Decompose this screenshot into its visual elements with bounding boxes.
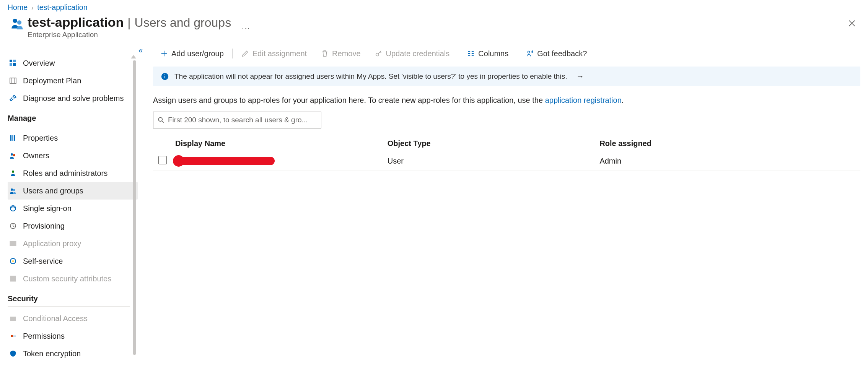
toolbar-label: Update credentials: [386, 49, 450, 58]
sidebar-item-label: Roles and administrators: [23, 169, 107, 178]
sidebar-item-conditional-access[interactable]: Conditional Access: [8, 310, 138, 327]
search-icon: [157, 116, 165, 124]
app-icon: [8, 15, 28, 30]
toolbar-label: Edit assignment: [252, 49, 307, 58]
cell-object-type: User: [384, 152, 597, 170]
self-service-icon: [8, 257, 18, 265]
search-input[interactable]: [168, 112, 317, 128]
sidebar-item-label: Provisioning: [23, 222, 65, 231]
overview-icon: [8, 59, 18, 67]
svg-rect-27: [164, 76, 165, 78]
divider: [458, 49, 458, 58]
main-content: Add user/group Edit assignment Remove Up…: [142, 43, 868, 362]
svg-point-25: [528, 51, 530, 54]
pencil-icon: [241, 49, 249, 58]
sidebar-item-deployment-plan[interactable]: Deployment Plan: [8, 72, 138, 89]
shield-icon: [8, 350, 18, 357]
sidebar-item-label: Permissions: [23, 332, 65, 341]
close-button[interactable]: [845, 16, 859, 30]
sidebar-item-diagnose[interactable]: Diagnose and solve problems: [8, 89, 138, 107]
sidebar-item-sso[interactable]: Single sign-on: [8, 200, 138, 217]
table-header-checkbox: [153, 135, 172, 152]
sidebar-item-roles[interactable]: Roles and administrators: [8, 164, 138, 182]
scroll-up-icon[interactable]: [131, 55, 136, 58]
proxy-icon: [8, 240, 18, 247]
toolbar: Add user/group Edit assignment Remove Up…: [153, 44, 860, 63]
info-text: The application will not appear for assi…: [174, 72, 567, 81]
map-icon: [8, 77, 18, 84]
search-box[interactable]: [153, 112, 321, 128]
sidebar-item-owners[interactable]: Owners: [8, 147, 138, 164]
feedback-button[interactable]: Got feedback?: [519, 44, 594, 63]
more-actions-icon[interactable]: ···: [242, 24, 251, 32]
sidebar-item-label: Conditional Access: [23, 314, 88, 323]
application-registration-link[interactable]: application registration: [545, 96, 622, 104]
svg-rect-20: [10, 276, 16, 281]
svg-rect-8: [12, 135, 13, 141]
info-arrow-icon[interactable]: →: [576, 72, 584, 81]
svg-rect-21: [10, 317, 16, 321]
table-header-display-name[interactable]: Display Name: [172, 135, 384, 152]
cell-display-name: [172, 152, 384, 170]
conditional-access-icon: [8, 315, 18, 322]
table-header-role[interactable]: Role assigned: [596, 135, 860, 152]
svg-point-24: [376, 53, 378, 56]
columns-button[interactable]: Columns: [460, 44, 515, 63]
svg-rect-5: [13, 63, 16, 66]
svg-point-14: [13, 189, 15, 191]
breadcrumb-home[interactable]: Home: [8, 3, 28, 12]
toolbar-label: Add user/group: [171, 49, 224, 58]
sidebar-item-label: Application proxy: [23, 239, 81, 248]
properties-icon: [8, 134, 18, 142]
svg-rect-23: [13, 336, 16, 336]
sidebar-item-app-proxy[interactable]: Application proxy: [8, 235, 138, 252]
sidebar-item-properties[interactable]: Properties: [8, 129, 138, 147]
svg-point-29: [158, 117, 162, 121]
users-table: Display Name Object Type Role assigned U…: [153, 135, 860, 170]
table-row[interactable]: User Admin: [153, 152, 860, 170]
svg-rect-6: [10, 78, 16, 83]
trash-icon: [321, 49, 329, 58]
sidebar-item-token-encryption[interactable]: Token encryption: [8, 345, 138, 362]
description-text: Assign users and groups to app-roles for…: [153, 96, 545, 104]
sidebar-item-self-service[interactable]: Self-service: [8, 252, 138, 270]
sidebar-group-manage: Manage: [8, 107, 142, 125]
sidebar-item-label: Single sign-on: [23, 204, 72, 213]
plus-icon: [160, 49, 168, 58]
info-icon: [161, 72, 169, 81]
page-title-app: test-application: [28, 15, 124, 30]
sidebar-item-provisioning[interactable]: Provisioning: [8, 217, 138, 235]
users-icon: [8, 187, 18, 195]
svg-point-0: [13, 19, 17, 23]
row-checkbox[interactable]: [158, 156, 167, 164]
sidebar-item-custom-security[interactable]: Custom security attributes: [8, 270, 138, 287]
toolbar-label: Columns: [478, 49, 508, 58]
sidebar-item-permissions[interactable]: Permissions: [8, 327, 138, 345]
svg-point-19: [12, 260, 14, 262]
scrollbar[interactable]: [133, 60, 136, 355]
sidebar-item-label: Self-service: [23, 257, 63, 266]
table-header-object-type[interactable]: Object Type: [384, 135, 597, 152]
sidebar-item-label: Token encryption: [23, 349, 81, 358]
svg-point-11: [13, 154, 15, 156]
sidebar-item-label: Overview: [23, 59, 55, 68]
info-banner: The application will not appear for assi…: [153, 67, 860, 86]
sidebar-item-label: Deployment Plan: [23, 76, 81, 85]
custom-security-icon: [8, 275, 18, 282]
divider: [8, 306, 130, 307]
sidebar-item-users-and-groups[interactable]: Users and groups: [8, 182, 138, 200]
breadcrumb-app[interactable]: test-application: [37, 3, 87, 12]
update-credentials-button[interactable]: Update credentials: [368, 44, 457, 63]
sidebar-item-overview[interactable]: Overview: [8, 54, 138, 72]
remove-button[interactable]: Remove: [314, 44, 367, 63]
cell-role: Admin: [596, 152, 860, 170]
svg-point-10: [11, 153, 13, 156]
page-title-sep: |: [127, 16, 130, 30]
description-text-post: .: [622, 96, 624, 104]
svg-point-1: [17, 20, 21, 24]
svg-rect-4: [10, 63, 12, 66]
add-user-group-button[interactable]: Add user/group: [153, 44, 231, 63]
divider: [232, 49, 233, 58]
edit-assignment-button[interactable]: Edit assignment: [234, 44, 314, 63]
sidebar-item-label: Diagnose and solve problems: [23, 94, 124, 103]
